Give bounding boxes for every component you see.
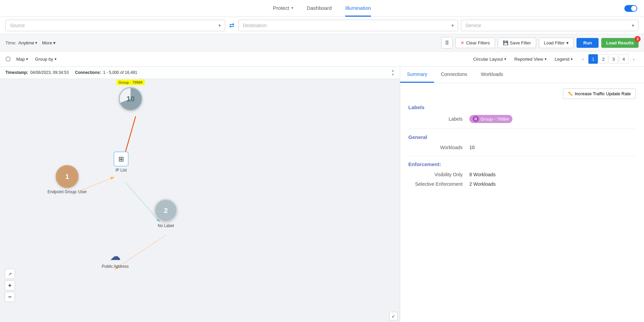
increase-traffic-button[interactable]: ✏️ Increase Traffic Update Rate	[563, 88, 636, 99]
map-label: Map	[16, 57, 25, 62]
workloads-label: Workloads	[415, 145, 469, 150]
map-chevron-icon: ▾	[26, 57, 28, 61]
time-label: Time:	[5, 40, 16, 45]
page-prev-button[interactable]: ‹	[578, 54, 588, 64]
workloads-tab-label: Workloads	[481, 72, 503, 77]
nav-dashboard[interactable]: Dashboard	[307, 0, 332, 17]
legend-dropdown[interactable]: Legend ▾	[552, 55, 575, 63]
more-dropdown[interactable]: More ▾	[42, 40, 56, 45]
ip-list-node[interactable]: ⊞ IP List	[114, 152, 129, 173]
map-toolbar-right: Circular Layout ▾ Reported View ▾ Legend…	[470, 54, 639, 64]
destination-filter[interactable]: Destination ▾	[238, 20, 458, 31]
expand-icon-button[interactable]: ↗	[5, 269, 15, 279]
node-circle-10[interactable]: 10	[119, 87, 142, 111]
section-divider-1	[408, 128, 636, 129]
enforcement-section-title: Enforcement:	[408, 161, 636, 167]
label-badge[interactable]: R Group - 79984	[469, 115, 512, 123]
zoom-in-button[interactable]: +	[5, 280, 15, 290]
reported-view-chevron-icon: ▾	[545, 57, 547, 61]
page-3-button[interactable]: 3	[609, 54, 618, 64]
node-endpoint-user[interactable]: 1 Endpoint Group: User	[47, 165, 87, 194]
page-4-button[interactable]: 4	[619, 54, 628, 64]
zoom-out-button[interactable]: −	[5, 292, 15, 302]
cloud-icon[interactable]: ☁	[110, 250, 121, 263]
scroll-up-btn[interactable]: ▲	[391, 69, 394, 73]
nav-illumination[interactable]: Illumination	[345, 0, 371, 17]
source-filter[interactable]: Source ▾	[5, 20, 225, 31]
node-circle-2[interactable]: 2	[154, 199, 177, 222]
load-filter-button[interactable]: Load Filter ▾	[539, 38, 574, 48]
increase-traffic-label: Increase Traffic Update Rate	[575, 91, 631, 96]
ip-list-icon[interactable]: ⊞	[114, 152, 129, 166]
top-nav: Protect ▾ Dashboard Illumination	[0, 0, 644, 17]
toolbar: Time: Anytime ▾ More ▾ 🗄 ✕ Clear Filters…	[0, 34, 644, 52]
database-icon-button[interactable]: 🗄	[441, 37, 453, 48]
selective-enforcement-label: Selective Enforcement	[408, 181, 469, 187]
run-label: Run	[583, 40, 592, 45]
destination-placeholder: Destination	[243, 23, 267, 28]
more-chevron-icon: ▾	[53, 40, 56, 45]
ip-list-label: IP List	[115, 168, 126, 173]
labels-detail-row: Labels R Group - 79984	[408, 115, 636, 123]
labels-value: R Group - 79984	[469, 115, 512, 123]
clear-filters-button[interactable]: ✕ Clear Filters	[455, 38, 495, 48]
toggle-track[interactable]	[624, 5, 637, 12]
node-group-79984[interactable]: Group - 79984 10	[119, 87, 142, 111]
swap-button[interactable]: ⇄	[228, 20, 236, 31]
endpoint-user-label: Endpoint Group: User	[47, 189, 87, 194]
page-2-button[interactable]: 2	[599, 54, 608, 64]
scroll-to-corner-button[interactable]: ↙	[389, 312, 398, 320]
scroll-down-btn[interactable]: ▼	[391, 73, 394, 77]
filter-bar: Source ▾ ⇄ Destination ▾ Service ▾	[0, 17, 644, 34]
node-circle-1[interactable]: 1	[56, 165, 79, 188]
source-placeholder: Source	[10, 23, 25, 28]
tab-connections[interactable]: Connections	[434, 67, 474, 83]
visibility-only-value: 8 Workloads	[469, 172, 496, 177]
visibility-only-row: Visibility Only 8 Workloads	[408, 172, 636, 177]
node-label-2: 2	[164, 207, 168, 215]
circular-chevron-icon: ▾	[504, 57, 506, 61]
service-filter[interactable]: Service ▾	[461, 20, 639, 31]
connections-value: 1 - 5,000 of 16,491	[103, 70, 137, 75]
map-dropdown[interactable]: Map ▾	[14, 55, 31, 63]
label-badge-icon: R	[473, 116, 479, 122]
anytime-label: Anytime	[18, 40, 34, 45]
toggle-switch[interactable]	[624, 5, 637, 12]
map-status-bar: Timestamp: 04/06/2023, 09:34:53 Connecti…	[0, 67, 400, 79]
illumination-label: Illumination	[345, 5, 371, 11]
reported-view-dropdown[interactable]: Reported View ▾	[512, 55, 549, 63]
load-filter-chevron-icon: ▾	[566, 40, 569, 45]
tab-workloads[interactable]: Workloads	[474, 67, 510, 83]
nav-protect[interactable]: Protect ▾	[273, 0, 293, 17]
circular-layout-dropdown[interactable]: Circular Layout ▾	[470, 55, 509, 63]
run-button[interactable]: Run	[577, 38, 599, 48]
load-results-button[interactable]: Load Results 3	[601, 38, 639, 48]
anytime-dropdown[interactable]: Anytime ▾	[18, 40, 37, 45]
group-by-chevron-icon: ▾	[55, 57, 57, 61]
reported-view-label: Reported View	[514, 57, 543, 62]
clear-x-icon: ✕	[461, 40, 464, 45]
public-address-label: Public Address	[102, 264, 129, 269]
labels-label: Labels	[415, 116, 469, 122]
general-section-title: General	[408, 134, 636, 140]
clear-filters-label: Clear Filters	[466, 40, 490, 45]
page-next-button[interactable]: ›	[629, 54, 639, 64]
circular-layout-label: Circular Layout	[473, 57, 503, 62]
connections-svg	[0, 79, 265, 322]
timestamp-label: Timestamp:	[5, 70, 28, 75]
pencil-icon: ✏️	[568, 92, 573, 96]
nolabel-label: No Label	[158, 223, 174, 228]
connections-label: Connections:	[75, 70, 101, 75]
save-filter-button[interactable]: 💾 Save Filter	[498, 38, 536, 48]
anytime-chevron-icon: ▾	[35, 41, 37, 45]
nav-tabs: Protect ▾ Dashboard Illumination	[273, 0, 371, 17]
map-area[interactable]: Timestamp: 04/06/2023, 09:34:53 Connecti…	[0, 67, 400, 322]
node-nolabel[interactable]: 2 No Label	[154, 199, 177, 228]
node-tooltip-group: Group - 79984	[117, 80, 145, 85]
map-toolbar-left: ⬡ Map ▾ Group by ▾	[5, 55, 59, 63]
public-address-node[interactable]: ☁ Public Address	[102, 250, 129, 269]
more-label: More	[42, 40, 52, 45]
tab-summary[interactable]: Summary	[400, 67, 434, 83]
group-by-dropdown[interactable]: Group by ▾	[32, 55, 59, 63]
page-1-button[interactable]: 1	[588, 54, 598, 64]
